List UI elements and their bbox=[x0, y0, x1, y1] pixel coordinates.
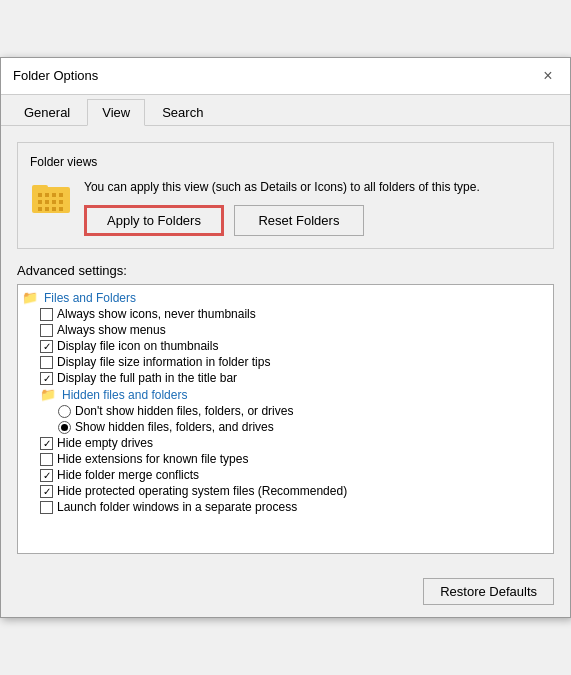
tree-item[interactable]: Always show icons, never thumbnails bbox=[18, 306, 553, 322]
checkbox-control[interactable] bbox=[40, 356, 53, 369]
folder-views-section: Folder views bbox=[17, 142, 554, 250]
tree-item[interactable]: Display file icon on thumbnails bbox=[18, 338, 553, 354]
svg-rect-1 bbox=[32, 185, 48, 191]
tree-item-label: Hidden files and folders bbox=[62, 388, 187, 402]
checkbox-control[interactable] bbox=[40, 308, 53, 321]
title-bar: Folder Options × bbox=[1, 58, 570, 95]
tree-item[interactable]: Display the full path in the title bar bbox=[18, 370, 553, 386]
checkbox-control[interactable] bbox=[40, 485, 53, 498]
svg-rect-3 bbox=[45, 193, 49, 197]
tree-item[interactable]: Hide empty drives bbox=[18, 435, 553, 451]
tree-item[interactable]: Show hidden files, folders, and drives bbox=[18, 419, 553, 435]
tree-item[interactable]: Display file size information in folder … bbox=[18, 354, 553, 370]
restore-defaults-button[interactable]: Restore Defaults bbox=[423, 578, 554, 605]
tree-item-label: Hide folder merge conflicts bbox=[57, 468, 199, 482]
tabs-bar: General View Search bbox=[1, 95, 570, 126]
svg-rect-6 bbox=[38, 200, 42, 204]
svg-rect-11 bbox=[45, 207, 49, 211]
tree-item-label: Display file icon on thumbnails bbox=[57, 339, 218, 353]
reset-folders-button[interactable]: Reset Folders bbox=[234, 205, 364, 236]
svg-rect-10 bbox=[38, 207, 42, 211]
folder-views-description: You can apply this view (such as Details… bbox=[84, 179, 480, 196]
tab-view[interactable]: View bbox=[87, 99, 145, 126]
tab-general[interactable]: General bbox=[9, 99, 85, 125]
checkbox-control[interactable] bbox=[40, 437, 53, 450]
folder-buttons: Apply to Folders Reset Folders bbox=[84, 205, 480, 236]
svg-rect-8 bbox=[52, 200, 56, 204]
tree-item-label: Display the full path in the title bar bbox=[57, 371, 237, 385]
checkbox-control[interactable] bbox=[40, 501, 53, 514]
svg-rect-4 bbox=[52, 193, 56, 197]
svg-rect-9 bbox=[59, 200, 63, 204]
tree-item-label: Always show menus bbox=[57, 323, 166, 337]
tree-item[interactable]: Launch folder windows in a separate proc… bbox=[18, 499, 553, 515]
close-button[interactable]: × bbox=[538, 66, 558, 86]
tree-item-label: Files and Folders bbox=[44, 291, 136, 305]
tree-item-label: Launch folder windows in a separate proc… bbox=[57, 500, 297, 514]
tree-item-label: Show hidden files, folders, and drives bbox=[75, 420, 274, 434]
svg-rect-7 bbox=[45, 200, 49, 204]
tree-item[interactable]: Always show menus bbox=[18, 322, 553, 338]
tree-item[interactable]: Hide extensions for known file types bbox=[18, 451, 553, 467]
folder-views-inner: You can apply this view (such as Details… bbox=[30, 179, 541, 237]
window-title: Folder Options bbox=[13, 68, 98, 83]
folder-views-description-area: You can apply this view (such as Details… bbox=[84, 179, 480, 237]
svg-rect-2 bbox=[38, 193, 42, 197]
folder-icon bbox=[30, 179, 72, 215]
advanced-settings-area: Advanced settings: 📁Files and FoldersAlw… bbox=[17, 263, 554, 554]
checkbox-control[interactable] bbox=[40, 469, 53, 482]
tree-item[interactable]: Hide protected operating system files (R… bbox=[18, 483, 553, 499]
tree-item-label: Always show icons, never thumbnails bbox=[57, 307, 256, 321]
advanced-label: Advanced settings: bbox=[17, 263, 554, 278]
checkbox-control[interactable] bbox=[40, 340, 53, 353]
tab-search[interactable]: Search bbox=[147, 99, 218, 125]
checkbox-control[interactable] bbox=[40, 372, 53, 385]
tree-item[interactable]: 📁Files and Folders bbox=[18, 289, 553, 306]
tree-item[interactable]: Hide folder merge conflicts bbox=[18, 467, 553, 483]
svg-rect-5 bbox=[59, 193, 63, 197]
radio-control[interactable] bbox=[58, 421, 71, 434]
checkbox-control[interactable] bbox=[40, 324, 53, 337]
tree-item[interactable]: Don't show hidden files, folders, or dri… bbox=[18, 403, 553, 419]
tree-item-label: Hide extensions for known file types bbox=[57, 452, 248, 466]
advanced-tree[interactable]: 📁Files and FoldersAlways show icons, nev… bbox=[17, 284, 554, 554]
folder-node-icon: 📁 bbox=[22, 290, 38, 305]
bottom-bar: Restore Defaults bbox=[1, 570, 570, 617]
checkbox-control[interactable] bbox=[40, 453, 53, 466]
tree-item-label: Don't show hidden files, folders, or dri… bbox=[75, 404, 293, 418]
tree-item-label: Display file size information in folder … bbox=[57, 355, 270, 369]
tree-item[interactable]: 📁Hidden files and folders bbox=[18, 386, 553, 403]
folder-views-label: Folder views bbox=[30, 155, 541, 169]
radio-control[interactable] bbox=[58, 405, 71, 418]
content-area: Folder views bbox=[1, 126, 570, 571]
apply-to-folders-button[interactable]: Apply to Folders bbox=[84, 205, 224, 236]
folder-node-icon: 📁 bbox=[40, 387, 56, 402]
folder-options-window: Folder Options × General View Search Fol… bbox=[0, 57, 571, 619]
tree-item-label: Hide protected operating system files (R… bbox=[57, 484, 347, 498]
svg-rect-13 bbox=[59, 207, 63, 211]
tree-item-label: Hide empty drives bbox=[57, 436, 153, 450]
svg-rect-12 bbox=[52, 207, 56, 211]
